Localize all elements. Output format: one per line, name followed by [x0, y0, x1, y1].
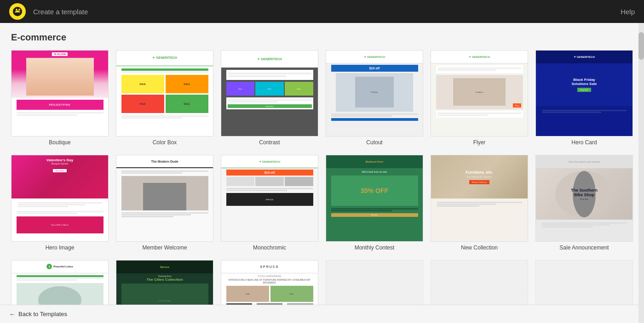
app-logo	[9, 3, 26, 20]
template-item-heroimage[interactable]: Valentine's Day Bouquet Special Shop Now	[11, 155, 109, 250]
template-item-colorbox[interactable]: ✦ GENERITECH SALE SALE SALE SALE	[116, 50, 213, 146]
template-thumb-flyer[interactable]: ✦ GENERITECH Furniture Shop	[431, 50, 528, 136]
heroimage-label: Hero Image	[46, 244, 75, 251]
template-thumb-saleannouncement[interactable]: View this email in your browser The Sout…	[535, 155, 633, 241]
template-item-monthlycontest[interactable]: Madison Fern We're back from our trip! 3…	[326, 155, 423, 250]
template-thumb-heroimage[interactable]: Valentine's Day Bouquet Special Shop Now	[11, 155, 109, 241]
app-header: Create a template Help	[0, 0, 644, 23]
template-thumb-memberwelcome[interactable]: The Modern Dude S	[116, 155, 213, 241]
newcollection-label: New Collection	[461, 244, 498, 251]
template-thumb-monochromic[interactable]: ✦ GENERITECH $10 off SP	[221, 155, 318, 241]
main-content: E-commerce TE BLOOM PROJEKTPINK	[0, 23, 644, 323]
template-item-contrast[interactable]: ✦ GENERITECH Item Item Item Shop N	[221, 50, 318, 146]
herocard-label: Hero Card	[571, 139, 597, 146]
template-item-flyer[interactable]: ✦ GENERITECH Furniture Shop	[431, 50, 528, 146]
template-thumb-colorbox[interactable]: ✦ GENERITECH SALE SALE SALE SALE	[116, 50, 213, 136]
saleannouncement-label: Sale Announcement	[559, 244, 609, 251]
boutique-label: Boutique	[49, 139, 70, 146]
monochromic-label: Monochromic	[253, 244, 286, 251]
back-arrow-icon: ←	[9, 311, 16, 318]
monthlycontest-label: Monthly Contest	[355, 244, 395, 251]
template-thumb-newcollection[interactable]: Furniture, etc. The Whimsical Collection…	[431, 155, 528, 241]
template-item-memberwelcome[interactable]: The Modern Dude S	[116, 155, 213, 250]
back-bar: ← Back to Templates	[0, 305, 644, 323]
template-thumb-herocard[interactable]: ✦ GENERITECH Black FridaySolutions Sale …	[535, 50, 633, 136]
help-link[interactable]: Help	[621, 8, 635, 16]
scrollbar-thumb[interactable]	[638, 32, 644, 60]
template-item-monochromic[interactable]: ✦ GENERITECH $10 off SP	[221, 155, 318, 250]
template-item-boutique[interactable]: TE BLOOM PROJEKTPINK Select Boutique	[11, 50, 109, 146]
template-item-cutout[interactable]: ✦ GENERITECH $10 off Product	[326, 50, 423, 146]
template-item-saleannouncement[interactable]: View this email in your browser The Sout…	[535, 155, 633, 250]
section-heading: E-commerce	[11, 32, 633, 43]
template-thumb-monthlycontest[interactable]: Madison Fern We're back from our trip! 3…	[326, 155, 423, 241]
flyer-label: Flyer	[473, 139, 486, 146]
scrollbar[interactable]	[638, 23, 644, 323]
template-thumb-boutique[interactable]: TE BLOOM PROJEKTPINK Select	[11, 50, 109, 136]
template-thumb-cutout[interactable]: ✦ GENERITECH $10 off Product	[326, 50, 423, 136]
back-to-templates-button[interactable]: ← Back to Templates	[9, 311, 67, 318]
template-grid: TE BLOOM PROJEKTPINK Select Boutique	[11, 50, 633, 323]
cutout-label: Cutout	[366, 139, 382, 146]
back-label: Back to Templates	[18, 311, 67, 317]
colorbox-label: Color Box	[153, 139, 177, 146]
memberwelcome-label: Member Welcome	[142, 244, 187, 251]
template-item-newcollection[interactable]: Furniture, etc. The Whimsical Collection…	[431, 155, 528, 250]
template-item-herocard[interactable]: ✦ GENERITECH Black FridaySolutions Sale …	[535, 50, 633, 146]
contrast-label: Contrast	[259, 139, 280, 146]
page-title: Create a template	[33, 8, 88, 16]
template-thumb-contrast[interactable]: ✦ GENERITECH Item Item Item Shop N	[221, 50, 318, 136]
